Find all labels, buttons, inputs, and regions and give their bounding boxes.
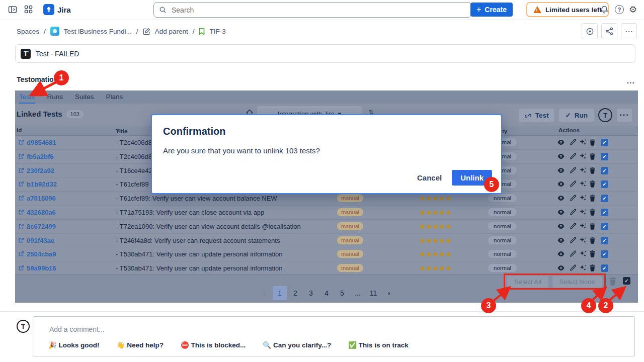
breadcrumb-issue-key[interactable]: TIF-3: [209, 28, 225, 35]
edit-icon[interactable]: [570, 223, 577, 230]
more-actions-button[interactable]: ⋯: [621, 23, 637, 39]
edit-icon[interactable]: [570, 195, 577, 202]
pagination-page[interactable]: 5: [335, 286, 349, 300]
quick-reply-chip[interactable]: 🔍 Can you clarify...?: [263, 341, 331, 349]
sparkles-icon[interactable]: [579, 264, 587, 272]
row-checkbox[interactable]: ✓: [601, 209, 608, 216]
test-id-link[interactable]: fb5a2bf6: [27, 153, 53, 160]
app-switcher-icon[interactable]: [24, 5, 33, 14]
external-link-icon[interactable]: [18, 237, 24, 243]
sparkles-icon[interactable]: [579, 209, 587, 216]
pagination-next[interactable]: ›: [382, 286, 396, 300]
test-id-link[interactable]: 59a99b16: [27, 264, 56, 272]
watch-button[interactable]: [582, 23, 598, 39]
sparkles-icon[interactable]: [579, 195, 587, 202]
test-id-link[interactable]: 8c672499: [27, 223, 56, 230]
edit-icon[interactable]: [570, 167, 577, 174]
widget-toolbar-more-button[interactable]: ···: [617, 109, 632, 122]
widget-more-icon[interactable]: ...: [627, 76, 635, 85]
row-checkbox[interactable]: ✓: [601, 180, 608, 188]
jira-logo-icon[interactable]: [43, 4, 54, 15]
widget-tab[interactable]: Plans: [106, 93, 123, 104]
quick-reply-chip[interactable]: 🎉 Looks good!: [48, 341, 100, 349]
edit-icon[interactable]: [570, 250, 577, 257]
quick-reply-chip[interactable]: ✅ This is on track: [348, 341, 409, 349]
sparkles-icon[interactable]: [579, 250, 587, 257]
sparkles-icon[interactable]: [579, 167, 587, 174]
view-icon[interactable]: [557, 167, 565, 174]
widget-tab[interactable]: Tests: [19, 93, 35, 104]
view-icon[interactable]: [557, 195, 565, 202]
delete-icon[interactable]: [589, 153, 596, 160]
delete-icon[interactable]: [589, 209, 596, 216]
pagination-page[interactable]: 2: [288, 286, 302, 300]
quick-reply-chip[interactable]: ⛔ This is blocked...: [181, 341, 246, 349]
test-id-link[interactable]: 091f43ae: [27, 237, 54, 244]
settings-gear-icon[interactable]: ⚙: [629, 4, 637, 15]
run-button[interactable]: ✓ Run: [559, 109, 594, 122]
delete-icon[interactable]: [589, 237, 596, 244]
bulk-delete-icon[interactable]: [609, 277, 617, 286]
edit-icon[interactable]: [570, 153, 577, 160]
test-id-link[interactable]: 2504cba9: [27, 250, 56, 258]
linked-issue-card[interactable]: T Test - FAILED: [15, 44, 635, 63]
test-id-link[interactable]: d9854681: [27, 139, 56, 146]
external-link-icon[interactable]: [18, 181, 24, 187]
edit-icon[interactable]: [570, 209, 577, 216]
view-icon[interactable]: [557, 223, 565, 230]
external-link-icon[interactable]: [18, 167, 24, 173]
widget-tab[interactable]: Suites: [75, 93, 94, 104]
pagination-page[interactable]: 3: [304, 286, 318, 300]
testomatio-logo-icon[interactable]: T: [598, 108, 612, 122]
external-link-icon[interactable]: [18, 251, 24, 257]
help-icon[interactable]: ?: [615, 5, 624, 14]
breadcrumb-space-name[interactable]: Test iBusiness Fundi...: [64, 28, 132, 35]
row-checkbox[interactable]: ✓: [601, 167, 608, 174]
edit-icon[interactable]: [570, 180, 577, 188]
widget-tab[interactable]: Runs: [47, 93, 63, 104]
delete-icon[interactable]: [589, 223, 596, 230]
sidebar-toggle-icon[interactable]: [8, 5, 17, 14]
delete-icon[interactable]: [589, 167, 596, 174]
row-checkbox[interactable]: ✓: [601, 195, 608, 202]
external-link-icon[interactable]: [18, 153, 24, 159]
pagination-page[interactable]: ...: [351, 286, 365, 300]
notifications-icon[interactable]: [600, 5, 609, 14]
share-button[interactable]: [601, 23, 617, 39]
external-link-icon[interactable]: [18, 195, 24, 201]
view-icon[interactable]: [557, 153, 565, 160]
pagination-page[interactable]: 4: [319, 286, 334, 300]
delete-icon[interactable]: [589, 195, 596, 202]
limited-users-warning[interactable]: Limited users left: [526, 2, 609, 17]
breadcrumb-add-parent[interactable]: Add parent: [155, 28, 188, 35]
quick-reply-chip[interactable]: 👋 Need help?: [117, 341, 164, 349]
cancel-button[interactable]: Cancel: [413, 170, 446, 185]
test-id-link[interactable]: 230f2a92: [27, 167, 54, 174]
sparkles-icon[interactable]: [579, 237, 587, 244]
create-button[interactable]: + Create: [470, 3, 513, 17]
test-id-link[interactable]: a7015096: [27, 195, 56, 202]
external-link-icon[interactable]: [18, 139, 24, 145]
search-input[interactable]: [171, 6, 434, 15]
row-checkbox[interactable]: ✓: [601, 139, 608, 146]
breadcrumb-spaces[interactable]: Spaces: [17, 28, 39, 35]
pagination-prev[interactable]: ‹: [257, 286, 271, 300]
sparkles-icon[interactable]: [579, 153, 587, 160]
pagination-page[interactable]: 11: [366, 286, 380, 300]
delete-icon[interactable]: [589, 180, 596, 188]
test-id-link[interactable]: b1b92d32: [27, 180, 57, 188]
view-icon[interactable]: [557, 250, 565, 257]
sparkles-icon[interactable]: [579, 139, 587, 146]
delete-icon[interactable]: [589, 139, 596, 146]
sparkles-icon[interactable]: [579, 223, 587, 230]
delete-icon[interactable]: [589, 250, 596, 257]
bulk-select-icon[interactable]: ✓: [623, 277, 630, 285]
edit-icon[interactable]: [570, 264, 577, 272]
delete-icon[interactable]: [589, 264, 596, 272]
comment-box[interactable]: Add a comment... 🎉 Looks good!👋 Need hel…: [33, 316, 635, 356]
pagination-page[interactable]: 1: [273, 286, 287, 300]
sparkles-icon[interactable]: [579, 180, 587, 188]
external-link-icon[interactable]: [18, 209, 24, 215]
view-icon[interactable]: [557, 264, 565, 272]
row-checkbox[interactable]: ✓: [601, 264, 608, 272]
